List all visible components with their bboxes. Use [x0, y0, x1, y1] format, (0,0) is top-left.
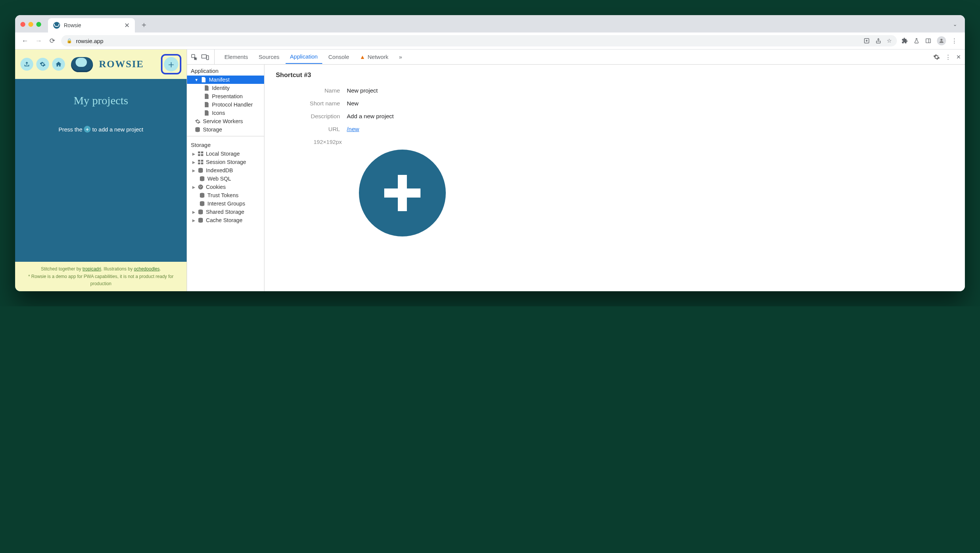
sidebar-item-indexeddb[interactable]: ▶IndexedDB	[187, 166, 264, 175]
footer-link-illustrator[interactable]: ochedoodles	[134, 266, 159, 272]
file-icon	[204, 85, 210, 91]
sidebar-item-icons[interactable]: Icons	[187, 109, 264, 117]
file-icon	[200, 77, 207, 83]
shortcut-url-link[interactable]: /new	[347, 126, 359, 132]
svg-point-20	[199, 186, 200, 187]
tab-close-icon[interactable]: ✕	[124, 22, 130, 29]
add-project-button[interactable]: ＋	[161, 54, 181, 75]
sidebar-item-identity[interactable]: Identity	[187, 84, 264, 92]
inspect-element-icon[interactable]	[191, 54, 197, 60]
kv-short-name: Short nameNew	[276, 100, 953, 107]
devtools-close-icon[interactable]: ✕	[956, 54, 961, 60]
svg-rect-13	[198, 160, 200, 162]
profile-avatar-icon[interactable]	[937, 36, 946, 45]
svg-point-21	[201, 186, 202, 187]
sidebar-item-protocol-handler[interactable]: Protocol Handler	[187, 100, 264, 109]
kv-url: URL/new	[276, 126, 953, 133]
export-icon[interactable]	[21, 58, 33, 71]
sidebar-item-cookies[interactable]: ▶Cookies	[187, 183, 264, 191]
footer-link-author[interactable]: tropicadri	[82, 266, 101, 272]
svg-rect-11	[198, 154, 200, 156]
lock-icon: 🔒	[67, 38, 72, 43]
sidebar-item-interest-groups[interactable]: Interest Groups	[187, 199, 264, 208]
back-icon[interactable]: ←	[21, 37, 29, 45]
devtools-menu-icon[interactable]: ⋮	[945, 54, 951, 60]
grid-icon	[197, 151, 204, 157]
sidebar-item-session-storage[interactable]: ▶Session Storage	[187, 158, 264, 166]
new-tab-button[interactable]: ＋	[136, 17, 151, 32]
chevron-right-icon: ▶	[192, 168, 195, 173]
tab-list-chevron-icon[interactable]: ⌄	[953, 21, 957, 27]
chrome-menu-icon[interactable]: ⋮	[951, 37, 957, 44]
devtools-sidebar: Application ▼Manifest Identity Presentat…	[187, 65, 264, 291]
svg-rect-12	[201, 154, 203, 156]
sidebar-group-application: Application	[187, 65, 264, 76]
tab-application[interactable]: Application	[286, 50, 322, 64]
gear-icon	[194, 118, 200, 124]
tab-console[interactable]: Console	[324, 50, 354, 64]
content-area: ROWSIE ＋ My projects Press the + to add …	[15, 49, 965, 291]
database-icon	[199, 200, 205, 207]
grid-icon	[197, 159, 204, 165]
devtools-main: Shortcut #3 NameNew project Short nameNe…	[264, 65, 965, 291]
sidebar-item-manifest[interactable]: ▼Manifest	[187, 76, 264, 84]
devtools-panel: Elements Sources Application Console ▲ N…	[187, 49, 965, 291]
sidebar-item-trust-tokens[interactable]: Trust Tokens	[187, 191, 264, 199]
file-icon	[204, 93, 210, 99]
chevron-right-icon: ▶	[192, 185, 195, 189]
tab-elements[interactable]: Elements	[220, 50, 253, 64]
reload-icon[interactable]: ⟳	[48, 37, 57, 45]
page-title: My projects	[74, 94, 128, 107]
browser-tab[interactable]: Rowsie ✕	[48, 18, 135, 33]
minimize-window-icon[interactable]	[28, 22, 33, 27]
extensions-icon[interactable]	[901, 37, 908, 44]
url-text: rowsie.app	[76, 38, 103, 44]
svg-rect-28	[384, 189, 420, 197]
devtools-tabs: Elements Sources Application Console ▲ N…	[187, 49, 965, 65]
bookmark-star-icon[interactable]: ☆	[887, 37, 892, 44]
svg-rect-7	[207, 56, 208, 60]
sidebar-group-storage: Storage	[187, 138, 264, 149]
cookie-icon	[197, 184, 204, 190]
omnibox[interactable]: 🔒 rowsie.app ☆	[61, 35, 897, 46]
rowsie-page: ROWSIE ＋ My projects Press the + to add …	[15, 49, 187, 291]
sidebar-item-cache-storage[interactable]: ▶Cache Storage	[187, 216, 264, 224]
zoom-window-icon[interactable]	[36, 22, 41, 27]
share-icon[interactable]	[875, 38, 881, 44]
address-bar: ← → ⟳ 🔒 rowsie.app ☆ ⋮	[15, 32, 965, 49]
toolbar-right: ⋮	[901, 36, 959, 45]
sidebar-item-websql[interactable]: Web SQL	[187, 175, 264, 183]
sidebar-item-local-storage[interactable]: ▶Local Storage	[187, 149, 264, 158]
rowsie-mascot-icon	[70, 55, 94, 74]
tab-network[interactable]: ▲ Network	[355, 50, 393, 64]
sidebar-item-service-workers[interactable]: Service Workers	[187, 117, 264, 126]
sidepanel-icon[interactable]	[925, 38, 932, 44]
icon-dimensions: 192×192px	[313, 138, 953, 145]
tabs-more[interactable]: »	[395, 50, 407, 64]
tab-title: Rowsie	[64, 22, 81, 28]
svg-point-19	[198, 185, 203, 190]
forward-icon: →	[34, 37, 43, 45]
database-icon	[197, 167, 204, 173]
sidebar-item-presentation[interactable]: Presentation	[187, 92, 264, 100]
chevron-down-icon: ▼	[194, 78, 198, 82]
labs-icon[interactable]	[913, 37, 920, 44]
database-icon	[197, 209, 204, 215]
devtools-settings-icon[interactable]	[933, 54, 940, 60]
home-icon[interactable]	[52, 58, 65, 71]
warning-icon: ▲	[360, 54, 365, 60]
close-window-icon[interactable]	[21, 22, 25, 27]
sidebar-item-storage[interactable]: Storage	[187, 126, 264, 134]
chevron-right-icon: ▶	[192, 218, 195, 222]
device-toolbar-icon[interactable]	[201, 54, 209, 60]
tab-sources[interactable]: Sources	[254, 50, 284, 64]
install-icon[interactable]	[863, 37, 870, 44]
rowsie-footer: Stitched together by tropicadri. Illustr…	[15, 262, 187, 291]
empty-hint: Press the + to add a new project	[59, 126, 143, 133]
gear-icon[interactable]	[36, 58, 49, 71]
database-icon	[199, 176, 205, 182]
footer-disclaimer: * Rowsie is a demo app for PWA capabilit…	[21, 273, 181, 288]
sidebar-item-shared-storage[interactable]: ▶Shared Storage	[187, 208, 264, 216]
file-icon	[204, 110, 210, 116]
favicon-icon	[53, 22, 60, 29]
